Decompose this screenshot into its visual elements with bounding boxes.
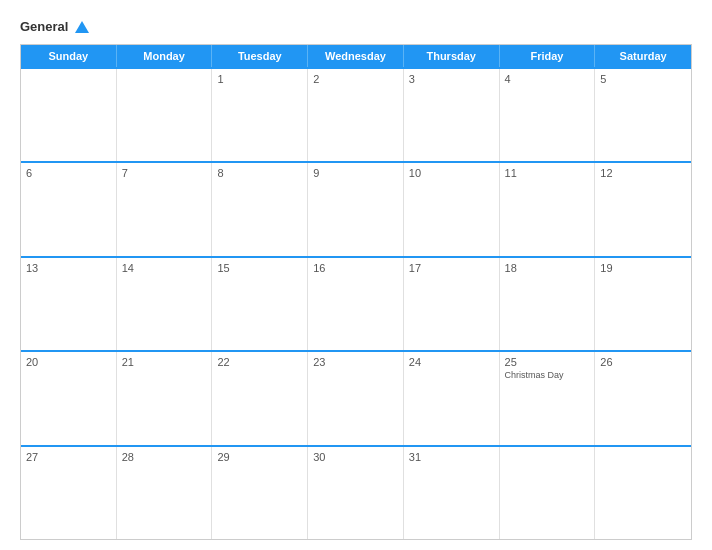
day-cell: [500, 447, 596, 539]
day-number: 30: [313, 451, 398, 463]
week-row-3: 202122232425Christmas Day26: [21, 350, 691, 444]
day-number: 25: [505, 356, 590, 368]
day-number: 31: [409, 451, 494, 463]
day-cell: 24: [404, 352, 500, 444]
day-header-friday: Friday: [500, 45, 596, 67]
day-number: 19: [600, 262, 686, 274]
week-row-4: 2728293031: [21, 445, 691, 539]
day-cell: 28: [117, 447, 213, 539]
day-cell: 23: [308, 352, 404, 444]
day-cell: 21: [117, 352, 213, 444]
day-cell: 13: [21, 258, 117, 350]
day-header-tuesday: Tuesday: [212, 45, 308, 67]
day-number: 9: [313, 167, 398, 179]
week-row-1: 6789101112: [21, 161, 691, 255]
day-cell: 3: [404, 69, 500, 161]
logo-triangle-icon: [75, 21, 89, 33]
day-header-saturday: Saturday: [595, 45, 691, 67]
day-number: 21: [122, 356, 207, 368]
day-cell: 8: [212, 163, 308, 255]
day-number: 28: [122, 451, 207, 463]
header: General: [20, 18, 692, 34]
day-cell: [595, 447, 691, 539]
day-cell: 17: [404, 258, 500, 350]
day-number: 20: [26, 356, 111, 368]
day-header-thursday: Thursday: [404, 45, 500, 67]
day-number: 2: [313, 73, 398, 85]
day-number: 11: [505, 167, 590, 179]
day-cell: 30: [308, 447, 404, 539]
week-row-2: 13141516171819: [21, 256, 691, 350]
day-header-wednesday: Wednesday: [308, 45, 404, 67]
calendar-grid: SundayMondayTuesdayWednesdayThursdayFrid…: [20, 44, 692, 540]
day-cell: 19: [595, 258, 691, 350]
day-number: 4: [505, 73, 590, 85]
day-number: 3: [409, 73, 494, 85]
day-number: 22: [217, 356, 302, 368]
day-number: 26: [600, 356, 686, 368]
day-cell: 29: [212, 447, 308, 539]
calendar-page: General SundayMondayTuesdayWednesdayThur…: [0, 0, 712, 550]
day-cell: 9: [308, 163, 404, 255]
day-cell: 25Christmas Day: [500, 352, 596, 444]
day-number: 23: [313, 356, 398, 368]
day-number: 13: [26, 262, 111, 274]
day-number: 14: [122, 262, 207, 274]
day-cell: 31: [404, 447, 500, 539]
day-header-monday: Monday: [117, 45, 213, 67]
day-cell: 15: [212, 258, 308, 350]
logo: General: [20, 18, 89, 34]
day-cell: 20: [21, 352, 117, 444]
week-row-0: 12345: [21, 67, 691, 161]
day-number: 27: [26, 451, 111, 463]
day-cell: 12: [595, 163, 691, 255]
day-cell: 22: [212, 352, 308, 444]
logo-general-text: General: [20, 18, 89, 34]
day-number: 18: [505, 262, 590, 274]
day-number: 16: [313, 262, 398, 274]
day-cell: 4: [500, 69, 596, 161]
day-number: 6: [26, 167, 111, 179]
day-cell: 27: [21, 447, 117, 539]
day-cell: 5: [595, 69, 691, 161]
day-cell: [21, 69, 117, 161]
day-cell: 2: [308, 69, 404, 161]
day-number: 29: [217, 451, 302, 463]
day-number: 12: [600, 167, 686, 179]
day-number: 7: [122, 167, 207, 179]
event-label: Christmas Day: [505, 370, 590, 380]
day-cell: 16: [308, 258, 404, 350]
day-cell: 11: [500, 163, 596, 255]
day-number: 24: [409, 356, 494, 368]
day-header-sunday: Sunday: [21, 45, 117, 67]
day-number: 1: [217, 73, 302, 85]
day-headers-row: SundayMondayTuesdayWednesdayThursdayFrid…: [21, 45, 691, 67]
day-number: 15: [217, 262, 302, 274]
day-cell: 7: [117, 163, 213, 255]
day-number: 5: [600, 73, 686, 85]
day-cell: 26: [595, 352, 691, 444]
day-cell: 18: [500, 258, 596, 350]
day-number: 10: [409, 167, 494, 179]
day-cell: 14: [117, 258, 213, 350]
day-cell: 6: [21, 163, 117, 255]
day-number: 8: [217, 167, 302, 179]
day-cell: 10: [404, 163, 500, 255]
weeks-container: 1234567891011121314151617181920212223242…: [21, 67, 691, 539]
day-cell: [117, 69, 213, 161]
day-number: 17: [409, 262, 494, 274]
day-cell: 1: [212, 69, 308, 161]
